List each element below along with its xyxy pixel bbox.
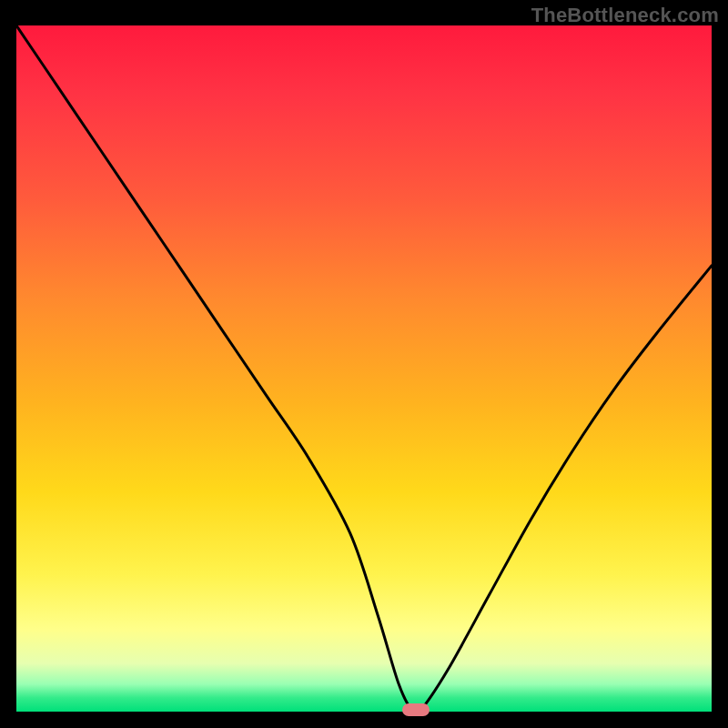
optimal-marker [402,703,430,716]
bottleneck-curve-path [16,25,712,712]
watermark-text: TheBottleneck.com [531,4,719,27]
curve-svg [16,25,712,712]
plot-area [16,25,712,712]
chart-frame: TheBottleneck.com [0,0,728,728]
